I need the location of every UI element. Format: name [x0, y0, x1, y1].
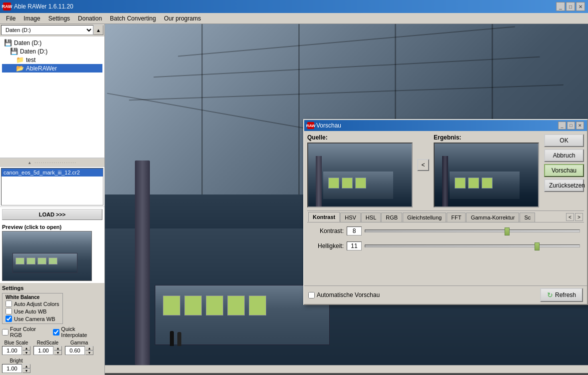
- tab-prev[interactable]: <: [566, 213, 574, 221]
- folder-item-ablerawer[interactable]: 📂 AbleRAWer: [2, 64, 102, 72]
- blue-scale-input[interactable]: [2, 346, 22, 355]
- blue-scale-spin: ▲ ▼: [22, 346, 30, 355]
- minimize-button[interactable]: _: [556, 2, 565, 11]
- dialog-title: Vorschau: [316, 122, 341, 129]
- tab-hsv[interactable]: HSV: [340, 212, 361, 222]
- gamma-input[interactable]: [65, 346, 85, 355]
- red-scale-spin: ▲ ▼: [54, 346, 62, 355]
- bright-row: ▲ ▼: [2, 364, 30, 373]
- cancel-button[interactable]: Abbruch: [544, 149, 584, 162]
- use-camera-wb-row: Use Camera WB: [5, 316, 59, 322]
- menu-file[interactable]: File: [2, 14, 19, 23]
- folder-tree: 💾 Daten (D:) 💾 Daten (D:) 📁 test 📂 AbleR…: [0, 36, 104, 74]
- source-win-2: [342, 178, 353, 188]
- menu-settings[interactable]: Settings: [44, 14, 74, 23]
- settings-section: Settings White Balance Auto Adjust Color…: [0, 283, 104, 375]
- tab-sc[interactable]: Sc: [520, 212, 535, 222]
- wb-box: White Balance Auto Adjust Colors Use Aut…: [2, 293, 63, 324]
- tab-next[interactable]: >: [575, 213, 583, 221]
- bright-input[interactable]: [2, 364, 22, 373]
- bright-label: Bright: [9, 358, 22, 364]
- drive-dropdown[interactable]: Daten (D:): [1, 25, 93, 35]
- source-win-1: [328, 178, 339, 188]
- maximize-button[interactable]: □: [566, 2, 575, 11]
- dialog-close[interactable]: ✕: [576, 122, 584, 130]
- dialog-maximize[interactable]: □: [567, 122, 575, 130]
- refresh-button[interactable]: ↻ Refresh: [540, 288, 583, 302]
- gamma-down[interactable]: ▼: [85, 350, 93, 355]
- menu-image[interactable]: Image: [19, 14, 44, 23]
- tab-rgb[interactable]: RGB: [381, 212, 402, 222]
- file-list-scroll[interactable]: canon_eos_5d_mark_iii_12.cr2: [1, 168, 103, 206]
- app-icon: RAW: [3, 2, 11, 10]
- preview-thumbnail[interactable]: [2, 231, 92, 281]
- four-color-checkbox[interactable]: [2, 329, 8, 336]
- preview-train-window-4: [48, 258, 57, 264]
- arrow-button[interactable]: <: [417, 159, 429, 171]
- red-scale-down[interactable]: ▼: [54, 350, 62, 355]
- folder-item-drive2[interactable]: 💾 Daten (D:): [2, 47, 102, 56]
- ok-button[interactable]: OK: [544, 134, 584, 147]
- center-panel: RAW Vorschau _ □ ✕ Quelle:: [105, 24, 588, 375]
- result-label: Ergebnis:: [434, 134, 539, 141]
- use-camera-wb-checkbox[interactable]: [5, 316, 12, 322]
- tab-gamma[interactable]: Gamma-Korrektur: [466, 212, 519, 222]
- preview-train-window-3: [37, 258, 46, 264]
- gamma-row: ▲ ▼: [65, 346, 93, 355]
- helligkeit-slider-thumb[interactable]: [535, 242, 540, 250]
- tab-gleichstellung[interactable]: Gleichstellung: [403, 212, 446, 222]
- quick-interp-checkbox[interactable]: [53, 329, 59, 336]
- tab-fft[interactable]: FFT: [447, 212, 466, 222]
- bright-down[interactable]: ▼: [22, 368, 30, 373]
- drive-icon-2: 💾: [10, 48, 18, 55]
- auto-adjust-colors-checkbox[interactable]: [5, 300, 12, 307]
- tab-nav: < >: [566, 213, 583, 221]
- source-train-windows: [328, 178, 366, 188]
- sliders-area: Kontrast: Helligkeit:: [307, 222, 584, 282]
- auto-preview-checkbox[interactable]: [308, 292, 315, 298]
- helligkeit-row: Helligkeit:: [311, 242, 580, 250]
- left-panel: Daten (D:) ▲ 💾 Daten (D:) 💾 Daten (D:) 📁…: [0, 24, 105, 375]
- load-button[interactable]: LOAD >>>: [2, 209, 102, 220]
- horizontal-scrollbar[interactable]: [105, 365, 588, 373]
- main-train-windows: [163, 296, 266, 316]
- folder-item-test[interactable]: 📁 test: [2, 56, 102, 64]
- red-scale-input[interactable]: [33, 346, 53, 355]
- folder-up-button[interactable]: ▲: [93, 25, 103, 35]
- folder-item-drive1[interactable]: 💾 Daten (D:): [2, 38, 102, 47]
- title-controls: _ □ ✕: [556, 2, 585, 11]
- bright-up[interactable]: ▲: [22, 364, 30, 368]
- gamma-up[interactable]: ▲: [85, 346, 93, 350]
- file-item[interactable]: canon_eos_5d_mark_iii_12.cr2: [1, 168, 103, 176]
- preview-button[interactable]: Vorschau: [544, 164, 584, 177]
- result-train: [450, 172, 520, 199]
- kontrast-slider-thumb[interactable]: [505, 228, 510, 236]
- blue-scale-group: Blue Scale ▲ ▼: [2, 340, 30, 355]
- reset-button[interactable]: Zurücksetzen: [544, 179, 584, 192]
- gamma-group: Gamma ▲ ▼: [65, 340, 93, 355]
- blue-scale-down[interactable]: ▼: [22, 350, 30, 355]
- menu-our-programs[interactable]: Our programs: [160, 14, 205, 23]
- kontrast-value-input[interactable]: [347, 226, 362, 236]
- bright-group: Bright ▲ ▼: [2, 358, 30, 373]
- helligkeit-value-input[interactable]: [347, 242, 362, 250]
- auto-preview-label: Automatische Vorschau: [317, 292, 380, 298]
- settings-title: Settings: [2, 285, 102, 291]
- close-button[interactable]: ✕: [576, 2, 585, 11]
- helligkeit-slider-track[interactable]: [365, 244, 580, 248]
- use-auto-wb-checkbox[interactable]: [5, 308, 12, 314]
- folder-icon-test: 📁: [16, 56, 24, 64]
- dialog-minimize[interactable]: _: [558, 122, 566, 130]
- title-bar: RAW Able RAWer 1.6.11.20 _ □ ✕: [0, 0, 588, 13]
- tab-kontrast[interactable]: Kontrast: [308, 212, 340, 222]
- blue-scale-up[interactable]: ▲: [22, 346, 30, 350]
- menu-donation[interactable]: Donation: [74, 14, 106, 23]
- menu-batch-converting[interactable]: Batch Converting: [106, 14, 160, 23]
- tab-hsl[interactable]: HSL: [361, 212, 381, 222]
- kontrast-row: Kontrast:: [311, 226, 580, 236]
- red-scale-row: ▲ ▼: [33, 346, 62, 355]
- red-scale-up[interactable]: ▲: [54, 346, 62, 350]
- kontrast-slider-track[interactable]: [365, 230, 580, 232]
- dialog-icon: RAW: [307, 122, 314, 129]
- source-label: Quelle:: [307, 134, 413, 141]
